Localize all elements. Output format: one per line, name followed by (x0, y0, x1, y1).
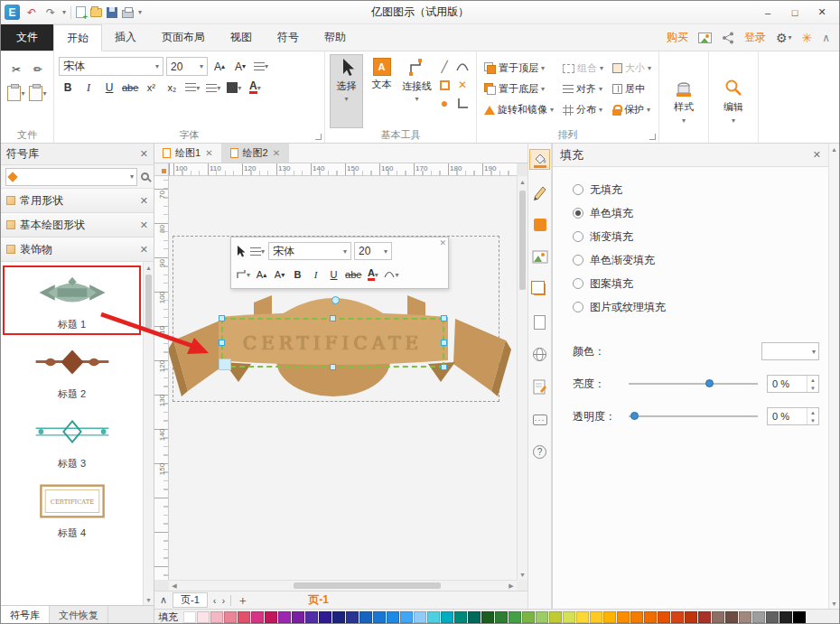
symbol-list-scrollbar[interactable]: ▲ ▼ (143, 262, 154, 605)
arrange-dialog-launcher-icon[interactable] (649, 134, 656, 140)
library-category-dropdown[interactable]: ▾ (5, 168, 137, 186)
cut-icon[interactable]: ✂ (7, 61, 25, 79)
picture-style-icon[interactable] (529, 247, 550, 267)
palette-swatch[interactable] (644, 611, 657, 623)
ellipse-tool-icon[interactable]: ● (441, 96, 448, 110)
transparency-spinner[interactable]: 0 % ▲▼ (767, 407, 819, 425)
close-button[interactable]: ✕ (808, 4, 835, 22)
spinner-arrows-icon[interactable]: ▲▼ (807, 376, 818, 392)
palette-swatch[interactable] (468, 611, 481, 623)
bullet-list-icon[interactable]: ▾ (204, 79, 222, 97)
save-icon[interactable] (107, 7, 117, 18)
bring-to-front-button[interactable]: 置于顶层▾ (481, 58, 556, 79)
style-button[interactable]: 样式 ▾ (664, 54, 704, 143)
superscript-button[interactable]: x² (142, 79, 160, 97)
palette-swatch[interactable] (685, 611, 697, 623)
login-link[interactable]: 登录 (744, 30, 766, 45)
tab-help[interactable]: 帮助 (312, 24, 359, 51)
palette-swatch[interactable] (576, 611, 589, 623)
subscript-button[interactable]: x₂ (163, 79, 181, 97)
fill-format-icon[interactable] (529, 149, 550, 170)
fill-option[interactable]: 渐变填充 (573, 225, 819, 248)
increase-font-icon[interactable]: A▴ (210, 58, 229, 76)
document-tab-drawing1[interactable]: 绘图1 ✕ (154, 144, 222, 163)
text-selection-box[interactable]: CERTIFICATE (221, 318, 444, 368)
minimize-button[interactable]: – (754, 4, 781, 22)
brightness-spinner[interactable]: 0 % ▲▼ (767, 375, 819, 393)
close-icon[interactable]: ✕ (140, 219, 148, 231)
tab-file[interactable]: 文件 (1, 24, 53, 51)
section-decorations[interactable]: 装饰物 ✕ (1, 237, 154, 262)
comment-icon[interactable]: ··· (529, 409, 550, 430)
distribute-button[interactable]: 分布▾ (560, 99, 606, 120)
curve-style-icon[interactable]: ▾ (383, 266, 399, 283)
crop-tool-icon[interactable] (458, 98, 468, 108)
palette-swatch[interactable] (197, 611, 210, 623)
symbol-item-title1[interactable]: 标题 1 (3, 265, 141, 335)
tab-symbol[interactable]: 符号 (265, 24, 312, 51)
resize-handle[interactable] (330, 364, 336, 370)
fill-option[interactable]: 图片或纹理填充 (573, 295, 819, 319)
fill-option[interactable]: 单色渐变填充 (573, 248, 819, 272)
size-button[interactable]: 大小▾ (610, 58, 654, 79)
font-dialog-launcher-icon[interactable] (315, 134, 322, 140)
underline-button[interactable]: U (100, 79, 118, 97)
maximize-button[interactable]: □ (781, 4, 808, 22)
resize-handle[interactable] (441, 315, 447, 321)
palette-swatch[interactable] (319, 611, 331, 623)
format-painter-icon[interactable]: ✏ (29, 61, 47, 79)
palette-swatch[interactable] (617, 611, 630, 623)
line-style-icon[interactable] (529, 182, 550, 202)
brightness-slider[interactable] (629, 376, 758, 392)
palette-swatch[interactable] (224, 611, 237, 623)
line-spacing-icon[interactable]: ▾ (252, 58, 270, 76)
palette-swatch[interactable] (292, 611, 304, 623)
align-button[interactable]: 对齐▾ (560, 79, 606, 99)
font-name-combo[interactable]: 宋体▾ (268, 242, 351, 260)
italic-button[interactable]: I (308, 266, 323, 283)
picture-icon[interactable] (698, 33, 712, 43)
palette-swatch[interactable] (210, 611, 223, 623)
print-icon[interactable] (122, 10, 134, 18)
connector-tool-button[interactable]: 连接线 ▾ (400, 54, 434, 128)
shape-style-icon[interactable] (529, 214, 550, 235)
palette-swatch[interactable] (278, 611, 291, 623)
transparency-slider-thumb[interactable] (630, 412, 639, 420)
palette-swatch[interactable] (522, 611, 535, 623)
close-icon[interactable]: ✕ (205, 148, 212, 158)
curve-tool-icon[interactable] (456, 61, 469, 72)
page-setup-icon[interactable] (529, 312, 550, 332)
tab-page-layout[interactable]: 页面布局 (149, 24, 218, 51)
symbol-item-title4[interactable]: CERTIFICATE 标题 4 (3, 474, 141, 544)
prev-page-icon[interactable]: ‹ (213, 595, 217, 606)
close-icon[interactable]: ✕ (439, 238, 446, 247)
increase-font-icon[interactable]: A▴ (254, 266, 269, 283)
decrease-font-icon[interactable]: A▾ (272, 266, 287, 283)
italic-button[interactable]: I (79, 79, 98, 97)
close-icon[interactable]: ✕ (813, 149, 821, 161)
undo-icon[interactable]: ↶ (24, 6, 39, 19)
document-tab-drawing2[interactable]: 绘图2 ✕ (222, 144, 290, 163)
palette-swatch[interactable] (373, 611, 386, 623)
cursor-icon[interactable] (235, 245, 247, 258)
fill-option[interactable]: 图案填充 (573, 272, 819, 295)
resize-handle[interactable] (219, 315, 225, 321)
palette-swatch[interactable] (712, 611, 724, 623)
close-icon[interactable]: ✕ (140, 148, 148, 160)
spinner-arrows-icon[interactable]: ▲▼ (807, 408, 818, 424)
fill-option[interactable]: 单色填充 (573, 201, 819, 225)
strikethrough-button[interactable]: abe (121, 79, 139, 97)
font-color-icon[interactable]: A▾ (246, 79, 264, 97)
text-shading-icon[interactable]: ▾ (225, 79, 243, 97)
rotate-mirror-button[interactable]: 旋转和镜像▾ (481, 99, 556, 120)
palette-swatch[interactable] (441, 611, 453, 623)
align-text-icon[interactable]: ▾ (183, 79, 201, 97)
note-icon[interactable] (529, 377, 550, 397)
palette-swatch[interactable] (630, 611, 643, 623)
palette-swatch[interactable] (549, 611, 562, 623)
toolbar-options-dropdown-icon[interactable]: ▾ (138, 8, 142, 16)
palette-swatch[interactable] (183, 611, 196, 623)
palette-swatch[interactable] (251, 611, 264, 623)
underline-button[interactable]: U (326, 266, 341, 283)
palette-swatch[interactable] (793, 611, 806, 623)
